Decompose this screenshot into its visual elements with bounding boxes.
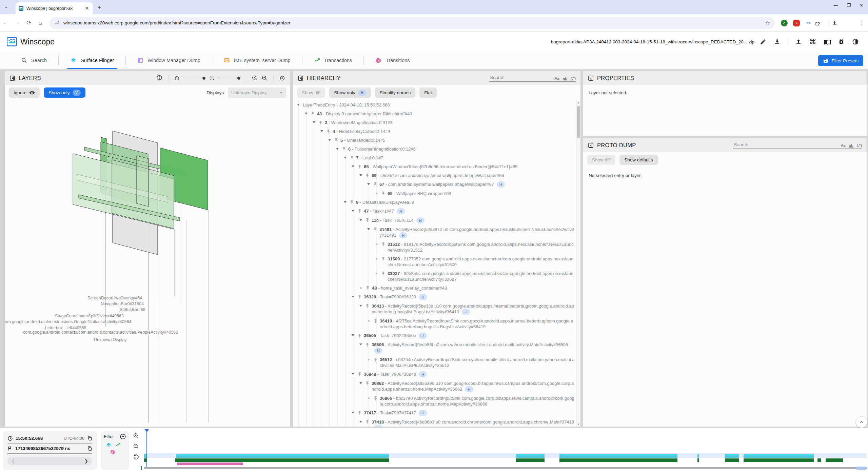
displays-dropdown[interactable]: Unknown Display ▼ (228, 87, 286, 98)
transactions-trace-segment[interactable] (725, 458, 739, 462)
tab-search[interactable]: Search (9, 52, 58, 69)
tree-row[interactable]: 36505 - Task=7902#36505H (293, 331, 580, 340)
tree-row[interactable]: 31512 - 81917d ActivityRecordInputSink c… (293, 240, 580, 254)
tree-row[interactable]: 33027 - 90b855c com.google.android.apps.… (293, 269, 580, 283)
site-settings-icon[interactable] (54, 20, 60, 26)
match-case-icon[interactable]: Aa (555, 76, 559, 80)
pin-icon[interactable] (365, 304, 370, 308)
surfaceflinger-trace-segment[interactable] (559, 454, 677, 458)
pin-icon[interactable] (373, 227, 377, 232)
copy-icon[interactable] (87, 446, 92, 451)
show-only-visible-chip[interactable]: Show only V (329, 87, 371, 98)
window-close-button[interactable]: ✕ (860, 3, 863, 8)
tab-search-icon[interactable]: ⌄ (4, 4, 8, 9)
window-restore-button[interactable]: ❐ (847, 3, 851, 8)
transactions-trace-segment[interactable] (516, 458, 545, 462)
show-only-visible-chip[interactable]: Show only V (44, 87, 85, 98)
simplify-names-chip[interactable]: Simplify names (375, 87, 416, 98)
transactions-trace-segment[interactable] (697, 458, 699, 462)
pin-icon[interactable] (357, 372, 362, 376)
browser-tab[interactable]: Winscope | bugreport-ak ✕ (16, 2, 93, 14)
tab-window-manager-dump[interactable]: Window Manager Dump (126, 52, 212, 69)
expand-arrow-icon[interactable] (359, 305, 362, 307)
transactions-trace-segment[interactable] (175, 458, 389, 462)
transactions-trace-segment[interactable] (559, 458, 677, 462)
pin-icon[interactable] (357, 209, 362, 213)
tree-row[interactable]: 31491 - ActivityRecord{52d3872 u0 com.go… (293, 225, 580, 240)
transitions-trace-segment[interactable] (177, 463, 243, 465)
tab-transactions[interactable]: Transactions (302, 52, 363, 69)
pin-icon[interactable] (365, 173, 370, 178)
pin-icon[interactable] (365, 218, 370, 222)
pin-icon[interactable] (357, 411, 362, 415)
upload-icon[interactable] (793, 36, 804, 47)
expand-arrow-icon[interactable] (328, 139, 331, 141)
download-traces-icon[interactable] (771, 36, 783, 47)
tab-transitions[interactable]: Transitions (364, 52, 421, 69)
pin-icon[interactable] (366, 286, 370, 290)
forward-icon[interactable]: → (12, 20, 23, 26)
expand-arrow-icon[interactable] (305, 113, 308, 115)
hierarchy-search-input[interactable] (489, 75, 551, 80)
pin-icon[interactable] (318, 120, 323, 125)
timeline-zoom-in-icon[interactable] (133, 433, 139, 439)
extension-scissors-icon[interactable]: ✂ (803, 20, 815, 26)
tree-row[interactable]: 43 - Display 0 name="Integrierter Bildsc… (293, 109, 580, 118)
tree-row[interactable]: 31509 - 2177052 com.google.android.apps.… (293, 254, 580, 269)
pin-icon[interactable] (381, 257, 386, 261)
pin-icon[interactable] (381, 271, 386, 276)
browser-menu-icon[interactable]: ⋮ (856, 20, 868, 26)
timeline-cursor[interactable] (146, 429, 147, 469)
edit-file-icon[interactable] (757, 36, 769, 47)
url-text[interactable]: winscope.teams.x20web.corp.google.com/pr… (63, 20, 762, 25)
spacing-slider[interactable] (218, 77, 240, 80)
surfaceflinger-trace-icon[interactable] (106, 442, 112, 448)
expand-arrow-icon[interactable] (367, 228, 370, 230)
pin-icon[interactable] (357, 333, 362, 338)
downloads-icon[interactable] (831, 20, 844, 26)
pin-icon[interactable] (373, 357, 378, 362)
surfaceflinger-trace-segment[interactable] (744, 454, 814, 458)
pin-icon[interactable] (311, 112, 315, 116)
pin-icon[interactable] (357, 164, 362, 169)
tree-row[interactable]: 6 - FullscreenMagnification:0:12#6 (293, 144, 580, 153)
transactions-trace-segment[interactable] (826, 458, 843, 462)
extension-video-icon[interactable]: » (790, 20, 803, 26)
flat-chip[interactable]: Flat (419, 87, 437, 98)
3d-view-icon[interactable] (156, 75, 163, 81)
expand-arrow-icon[interactable] (367, 183, 370, 185)
expand-arrow-icon[interactable] (352, 210, 354, 212)
surfaceflinger-trace-segment[interactable] (516, 454, 545, 458)
expand-arrow-icon[interactable] (352, 334, 354, 336)
tree-row[interactable]: 114 - Task=7650#114H (293, 216, 580, 225)
home-icon[interactable]: ⌂ (35, 20, 46, 26)
transactions-trace-icon[interactable] (115, 442, 121, 448)
expand-arrow-icon[interactable] (352, 412, 354, 414)
expand-arrow-icon[interactable] (359, 174, 362, 176)
expand-arrow-icon[interactable] (352, 296, 354, 298)
prev-entry-button[interactable]: ❮ (12, 458, 15, 464)
rotation-slider[interactable] (183, 77, 205, 80)
human-time[interactable]: 15:50:52.668 (16, 436, 43, 441)
match-case-icon[interactable]: Aa (841, 143, 846, 148)
tree-row[interactable]: LayerTraceEntry - 2024-04-18, 15:50:52.6… (293, 100, 580, 109)
show-defaults-chip[interactable]: Show defaults (619, 155, 658, 165)
expand-arrow-icon[interactable] (313, 121, 315, 123)
pin-icon[interactable] (365, 420, 370, 424)
transitions-trace-icon[interactable] (110, 449, 116, 455)
collapse-timeline-button[interactable] (856, 416, 867, 428)
proto-search[interactable]: Aa ab (.*) (733, 142, 862, 149)
regex-icon[interactable]: (.*) (571, 76, 576, 80)
filter-presets-button[interactable]: Filter Presets (818, 55, 863, 66)
expand-arrow-icon[interactable] (352, 165, 354, 168)
tree-row[interactable]: 48 - home_task_overlay_container#48 (293, 283, 580, 292)
expand-arrow-icon[interactable] (344, 157, 347, 159)
expand-arrow-icon[interactable] (359, 382, 362, 384)
pin-icon[interactable] (365, 342, 370, 347)
expand-arrow-icon[interactable] (352, 373, 354, 375)
tree-row[interactable]: 67 - com.android.systemui.wallpapers.Ima… (293, 180, 580, 189)
expand-arrow-icon[interactable] (344, 201, 347, 203)
expand-arrow-icon[interactable] (320, 130, 323, 132)
tree-row[interactable]: 3 - WindowedMagnification:0:31#3 (293, 118, 580, 127)
pin-icon[interactable] (373, 396, 378, 400)
